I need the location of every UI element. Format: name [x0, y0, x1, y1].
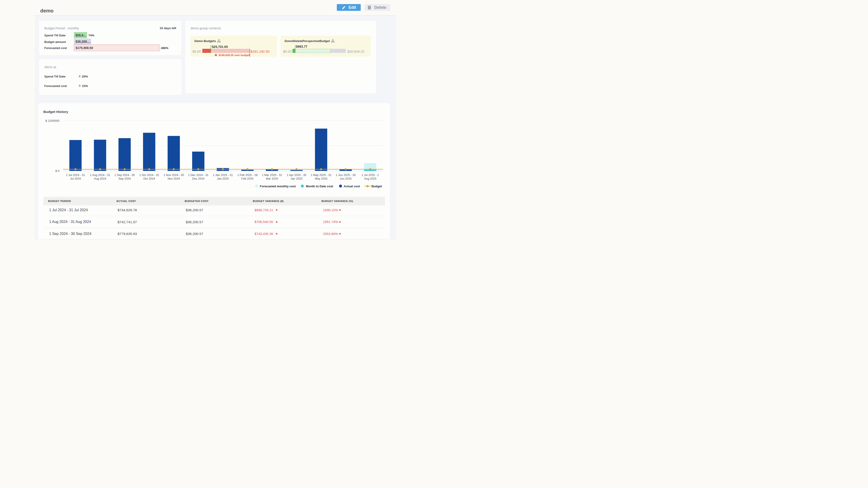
svg-text:1 Sep 2024 - 30: 1 Sep 2024 - 30 — [114, 173, 135, 177]
svg-text:1 Dec 2024 - 31: 1 Dec 2024 - 31 — [188, 173, 209, 177]
svg-text:1 Mar 2025 - 31: 1 Mar 2025 - 31 — [262, 173, 282, 177]
svg-text:1 Oct 2024 - 31: 1 Oct 2024 - 31 — [139, 173, 159, 177]
svg-text:Mar 2025: Mar 2025 — [266, 177, 278, 180]
svg-text:Jan 2025: Jan 2025 — [217, 177, 229, 180]
svg-text:$ 1200000: $ 1200000 — [45, 119, 59, 123]
svg-text:1 Nov 2024 - 30: 1 Nov 2024 - 30 — [163, 173, 184, 177]
svg-text:Dec 2024: Dec 2024 — [192, 177, 204, 180]
svg-text:$ 0: $ 0 — [55, 169, 59, 173]
svg-text:1 Apr 2025 - 30: 1 Apr 2025 - 30 — [287, 173, 307, 177]
svg-text:Jun 2025: Jun 2025 — [340, 177, 351, 180]
svg-text:1 May 2025 - 31: 1 May 2025 - 31 — [311, 173, 332, 177]
svg-text:1 Jul 2025 - 1: 1 Jul 2025 - 1 — [362, 173, 379, 177]
svg-text:1 Feb 2025 - 28: 1 Feb 2025 - 28 — [237, 173, 258, 177]
svg-text:May 2025: May 2025 — [315, 177, 328, 180]
svg-text:1 Aug 2024 - 31: 1 Aug 2024 - 31 — [90, 173, 110, 177]
svg-text:Feb 2025: Feb 2025 — [241, 177, 254, 180]
svg-text:Nov 2024: Nov 2024 — [167, 177, 180, 180]
svg-text:Sep 2024: Sep 2024 — [119, 177, 131, 180]
svg-text:Aug 2025: Aug 2025 — [364, 177, 376, 180]
svg-text:Apr 2025: Apr 2025 — [291, 177, 303, 180]
svg-text:Oct 2024: Oct 2024 — [143, 177, 155, 180]
svg-text:Aug 2024: Aug 2024 — [94, 177, 106, 180]
svg-text:1 Jul 2024 - 31: 1 Jul 2024 - 31 — [66, 173, 85, 177]
svg-text:1 Jun 2025 - 30: 1 Jun 2025 - 30 — [336, 173, 355, 177]
svg-text:1 Jan 2025 - 31: 1 Jan 2025 - 31 — [213, 173, 233, 177]
svg-text:Jul 2024: Jul 2024 — [70, 177, 81, 180]
